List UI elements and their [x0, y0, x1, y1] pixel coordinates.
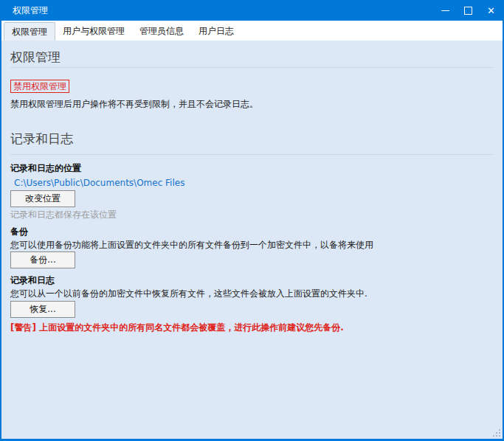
- backup-label: 备份: [10, 226, 494, 237]
- records-location-path: C:\Users\Public\Documents\Omec Files: [14, 177, 494, 189]
- restore-button[interactable]: 恢复...: [10, 301, 75, 318]
- section-divider: [10, 154, 494, 155]
- maximize-button[interactable]: [457, 0, 480, 21]
- section-divider: [10, 67, 494, 68]
- backup-description: 您可以使用备份功能将上面设置的文件夹中的所有文件备份到一个加密文件中，以备将来使…: [10, 239, 494, 251]
- caption-buttons: ✕: [434, 0, 503, 21]
- change-location-button[interactable]: 改变位置: [10, 190, 75, 207]
- section-title-permission: 权限管理: [10, 49, 494, 64]
- maximize-icon: [464, 7, 472, 15]
- permission-manager-window: 权限管理 ✕ 权限管理 用户与权限管理 管理员信息 用户日志 权限管理 禁用权限…: [0, 0, 504, 441]
- restore-warning: [警告] 上面设置的文件夹中的所有同名文件都会被覆盖，进行此操作前建议您先备份.: [10, 322, 494, 333]
- backup-button[interactable]: 备份...: [10, 251, 75, 268]
- tab-content: 权限管理 禁用权限管理 禁用权限管理后用户操作将不再受到限制，并且不会记录日志。…: [1, 41, 503, 439]
- tab-user-and-permission[interactable]: 用户与权限管理: [55, 21, 132, 41]
- resize-grip-dots: [499, 435, 500, 437]
- tab-strip: 权限管理 用户与权限管理 管理员信息 用户日志: [1, 21, 503, 41]
- minimize-icon: [441, 10, 449, 11]
- restore-label: 记录和日志: [10, 274, 494, 286]
- section-title-records: 记录和日志: [10, 131, 494, 146]
- resize-grip[interactable]: [492, 428, 501, 437]
- close-button[interactable]: ✕: [480, 0, 503, 21]
- tab-permission-management[interactable]: 权限管理: [4, 22, 55, 41]
- window-title: 权限管理: [1, 4, 48, 17]
- titlebar[interactable]: 权限管理 ✕: [1, 0, 503, 21]
- disable-permission-link[interactable]: 禁用权限管理: [10, 80, 69, 93]
- location-label: 记录和日志的位置: [10, 162, 494, 174]
- tab-admin-info[interactable]: 管理员信息: [132, 21, 191, 41]
- restore-description: 您可以从一个以前备份的加密文件中恢复所有文件，这些文件会被放入上面设置的文件夹中…: [10, 288, 494, 299]
- close-icon: ✕: [487, 6, 495, 15]
- disable-permission-description: 禁用权限管理后用户操作将不再受到限制，并且不会记录日志。: [10, 98, 494, 110]
- minimize-button[interactable]: [434, 0, 457, 21]
- location-note: 记录和日志都保存在该位置: [10, 209, 494, 220]
- tab-user-log[interactable]: 用户日志: [191, 21, 241, 41]
